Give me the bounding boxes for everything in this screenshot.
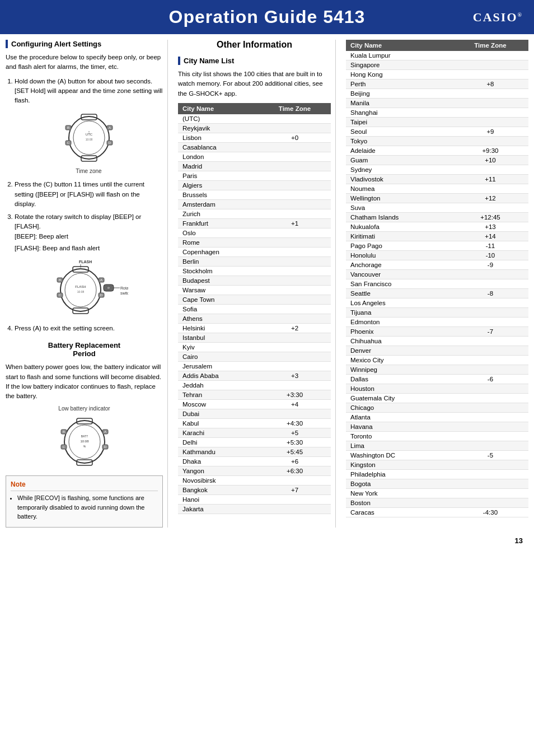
time-zone-cell <box>259 237 331 247</box>
table-row: Perth+8 <box>346 80 528 89</box>
city-name-cell: Boston <box>346 498 452 508</box>
time-zone-cell <box>259 180 331 190</box>
svg-text:FLASH: FLASH <box>75 285 86 288</box>
time-zone-cell: +13 <box>452 222 528 232</box>
city-table-middle: City Name Time Zone (UTC)ReykjavikLisbon… <box>178 103 331 514</box>
table-row: Edmonton <box>346 318 528 327</box>
time-zone-cell: +3:30 <box>259 390 331 399</box>
table-row: Lima <box>346 441 528 451</box>
time-zone-cell <box>452 422 528 432</box>
svg-text:10:08: 10:08 <box>80 440 89 443</box>
city-name-cell: Madrid <box>178 161 259 171</box>
beep-label: [BEEP]: Beep alert <box>15 232 163 241</box>
step-1-sub: [SET Hold] will appear and the time zone… <box>15 86 163 106</box>
city-name-cell: Karachi <box>178 428 259 437</box>
table-row: Algiers <box>178 180 331 190</box>
time-zone-cell: -5 <box>452 451 528 460</box>
city-name-cell: Moscow <box>178 399 259 409</box>
time-zone-cell <box>259 494 331 504</box>
city-name-cell: Taipei <box>346 118 452 127</box>
table-row: Vladivostok+11 <box>346 175 528 184</box>
casio-logo: CASIO® <box>473 10 523 25</box>
battery-title: Battery ReplacementPeriod <box>6 341 163 358</box>
table-row: Copenhagen <box>178 247 331 256</box>
city-name-cell: Seattle <box>346 289 452 298</box>
time-zone-cell <box>259 266 331 276</box>
table-row: Dallas-6 <box>346 375 528 384</box>
time-zone-cell <box>259 314 331 323</box>
time-zone-cell: +1 <box>259 218 331 228</box>
table-row: Madrid <box>178 161 331 171</box>
time-zone-cell <box>452 99 528 108</box>
table-row: (UTC) <box>178 114 331 124</box>
table-row: Seoul+9 <box>346 127 528 137</box>
table-row: Taipei <box>346 118 528 127</box>
time-zone-cell <box>259 123 331 133</box>
table-row: Kathmandu+5:45 <box>178 447 331 456</box>
city-name-cell: Brussels <box>178 190 259 199</box>
table-row: Novosibirsk <box>178 475 331 485</box>
city-name-cell: Novosibirsk <box>178 475 259 485</box>
city-name-cell: Mexico City <box>346 356 452 365</box>
table-row: Boston <box>346 498 528 508</box>
time-zone-cell <box>259 161 331 171</box>
city-name-cell: Shanghai <box>346 108 452 118</box>
step-1: Hold down the (A) button for about two s… <box>15 77 163 176</box>
battery-text: When battery power goes low, the battery… <box>6 362 163 401</box>
city-name-cell: Anchorage <box>346 260 452 270</box>
city-name-cell: Seoul <box>346 127 452 137</box>
table-row: Oslo <box>178 228 331 237</box>
time-zone-cell <box>452 270 528 279</box>
table-row: New York <box>346 489 528 498</box>
time-zone-cell <box>452 51 528 60</box>
city-name-cell: Los Angeles <box>346 298 452 308</box>
table-row: Winnipeg <box>346 365 528 375</box>
time-zone-cell <box>259 247 331 256</box>
middle-column: Other Information City Name List This ci… <box>174 40 336 528</box>
table-row: Havana <box>346 422 528 432</box>
city-name-cell: Cairo <box>178 352 259 361</box>
table-row: Berlin <box>178 256 331 266</box>
steps-list: Hold down the (A) button for about two s… <box>6 77 163 334</box>
page-header: Operation Guide 5413 CASIO® <box>0 0 534 34</box>
time-zone-cell: +14 <box>452 232 528 241</box>
time-zone-cell <box>452 460 528 470</box>
city-name-cell: Hanoi <box>178 494 259 504</box>
table-row: Pago Pago-11 <box>346 241 528 251</box>
time-zone-cell: +10 <box>452 156 528 165</box>
time-zone-cell <box>259 114 331 124</box>
time-zone-cell <box>452 184 528 194</box>
svg-text:C: C <box>62 445 65 449</box>
city-name-cell: Nukualofa <box>346 222 452 232</box>
table-row: Vancouver <box>346 270 528 279</box>
time-zone-cell <box>259 276 331 285</box>
table-row: Chihuahua <box>346 337 528 346</box>
city-name-cell: Atlanta <box>346 413 452 422</box>
table-row: Suva <box>346 203 528 213</box>
city-name-cell: Athens <box>178 314 259 323</box>
table-row: Karachi+5 <box>178 428 331 437</box>
table-row: Adelaide+9:30 <box>346 146 528 156</box>
time-zone-cell <box>452 337 528 346</box>
table-row: Mexico City <box>346 356 528 365</box>
time-zone-cell: +12 <box>452 194 528 203</box>
city-name-cell: Kathmandu <box>178 447 259 456</box>
city-name-cell: Tokyo <box>346 137 452 146</box>
city-name-cell: Lima <box>346 441 452 451</box>
step-4: Press (A) to exit the setting screen. <box>15 324 163 333</box>
svg-text:Rotary: Rotary <box>120 286 128 291</box>
table-row: Denver <box>346 346 528 356</box>
time-zone-cell <box>452 346 528 356</box>
city-name-cell: Algiers <box>178 180 259 190</box>
time-zone-cell: +12:45 <box>452 213 528 222</box>
city-name-cell: Guatemala City <box>346 394 452 403</box>
city-name-cell: Edmonton <box>346 318 452 327</box>
time-zone-cell: -7 <box>452 327 528 337</box>
table-row: Kiritimati+14 <box>346 232 528 241</box>
time-zone-cell <box>452 356 528 365</box>
city-name-cell: Paris <box>178 171 259 180</box>
svg-text:D: D <box>108 141 111 144</box>
time-zone-cell <box>452 108 528 118</box>
city-name-cell: Lisbon <box>178 133 259 142</box>
table-row: Warsaw <box>178 285 331 295</box>
